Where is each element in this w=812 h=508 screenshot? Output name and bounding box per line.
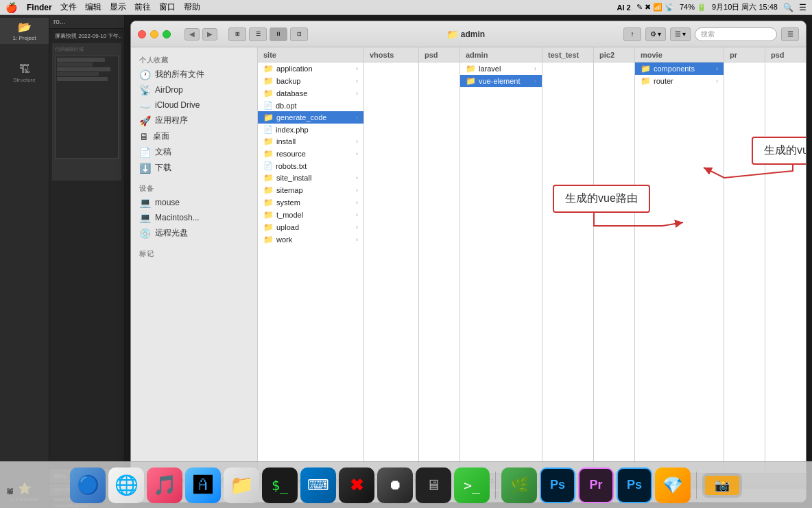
- sidebar-macintosh[interactable]: 💻 Macintosh...: [131, 210, 257, 225]
- sidebar-all-files[interactable]: 🕐 我的所有文件: [131, 67, 257, 82]
- dock-vscode[interactable]: ⌨: [300, 467, 336, 503]
- sidebar-documents[interactable]: 📄 文稿: [131, 144, 257, 160]
- dock-appstore[interactable]: 🅰: [185, 467, 221, 503]
- documents-icon: 📄: [139, 147, 151, 158]
- menu-edit[interactable]: 编辑: [85, 1, 102, 13]
- col-item-generate-code[interactable]: 📁generate_code›: [258, 111, 363, 124]
- dock-chrome[interactable]: 🌐: [108, 467, 144, 503]
- dock-premiere[interactable]: Pr: [578, 467, 614, 503]
- col-item-vue-element[interactable]: 📁vue-element›: [460, 75, 542, 87]
- dock-music[interactable]: 🎵: [147, 467, 182, 503]
- col-item-sitemap[interactable]: 📁sitemap›: [258, 184, 363, 196]
- col-item-resource[interactable]: 📁resource›: [258, 148, 363, 160]
- col-item-indexphp[interactable]: 📄index.php: [258, 124, 363, 135]
- ide-panel-content: 屏幕快照 2022-09-10 下午... 代码编辑区域: [49, 29, 124, 468]
- menu-window[interactable]: 窗口: [159, 1, 176, 13]
- coverflow-btn[interactable]: ⊡: [290, 27, 308, 41]
- minimize-button[interactable]: [150, 30, 158, 38]
- search-box[interactable]: 搜索: [695, 27, 777, 41]
- ide-file-item[interactable]: 屏幕快照 2022-09-10 下午...: [52, 32, 121, 41]
- dock-gitify[interactable]: 🌿: [501, 467, 537, 503]
- maximize-button[interactable]: [163, 30, 171, 38]
- ide-tab-project[interactable]: 📂 1: Project: [0, 18, 49, 44]
- column-site: site 📁application› 📁backup› 📁database› 📄…: [258, 47, 364, 473]
- annotation-vue-route: 生成的vue路由: [553, 185, 650, 213]
- sidebar-desktop[interactable]: 🖥 桌面: [131, 128, 257, 144]
- col-item-tmodel[interactable]: 📁t_model›: [258, 209, 363, 221]
- menu-file[interactable]: 文件: [60, 1, 77, 13]
- dock-photoshop-ps[interactable]: Ps: [540, 467, 575, 503]
- sidebar-icloud[interactable]: ☁️ iCloud Drive: [131, 97, 257, 113]
- column-admin: admin 📁laravel› 📁vue-element›: [460, 47, 542, 473]
- column-psd1: psd: [419, 47, 460, 473]
- dock-obs[interactable]: ⏺: [377, 467, 413, 503]
- column-header-pr: pr: [724, 47, 765, 62]
- close-button[interactable]: [138, 30, 146, 38]
- col-item-siteinstall[interactable]: 📁site_install›: [258, 172, 363, 184]
- column-header-test-test: test_test: [542, 47, 593, 62]
- sidebar-remote-disc[interactable]: 💿 远程光盘: [131, 225, 257, 241]
- back-button[interactable]: ◀: [184, 28, 200, 41]
- chevron-right: ›: [356, 211, 358, 218]
- menu-view[interactable]: 显示: [110, 1, 126, 13]
- icon-view-btn[interactable]: ⊞: [228, 27, 246, 41]
- arrange-btn[interactable]: ☰ ▾: [670, 27, 691, 41]
- search-menubar-icon[interactable]: 🔍: [783, 3, 793, 12]
- traffic-lights: [138, 30, 171, 38]
- filezilla-dock-icon: 📁: [230, 474, 254, 496]
- menubar: 🍎 Finder 文件 编辑 显示 前往 窗口 帮助 AI 2 ✎ ✖ 📶 📡 …: [0, 0, 812, 15]
- list-menubar-icon[interactable]: ☰: [799, 3, 807, 12]
- col-item-work[interactable]: 📁work›: [258, 233, 363, 246]
- col-item-upload[interactable]: 📁upload›: [258, 221, 363, 233]
- dock-sketch[interactable]: 💎: [655, 467, 691, 503]
- folder-icon: 📁: [263, 113, 274, 122]
- col-item-install[interactable]: 📁install›: [258, 135, 363, 148]
- action-btn[interactable]: ⚙ ▾: [645, 27, 666, 41]
- xscope-dock-icon: ✖: [350, 476, 363, 495]
- sidebar-airdrop[interactable]: 📡 AirDrop: [131, 82, 257, 97]
- sidebar-icloud-label: iCloud Drive: [155, 100, 200, 110]
- col-item-system[interactable]: 📁system›: [258, 196, 363, 209]
- dock-filezilla[interactable]: 📁: [224, 467, 259, 503]
- list-view-btn[interactable]: ☰: [249, 27, 267, 41]
- chevron-right: ›: [356, 78, 358, 84]
- dock-finder[interactable]: 🔵: [70, 467, 106, 503]
- dock-photo-icon[interactable]: 📸: [705, 476, 739, 495]
- col-item-application[interactable]: 📁application›: [258, 62, 363, 75]
- sidebar-applications[interactable]: 🚀 应用程序: [131, 113, 257, 128]
- sidebar-toggle-btn[interactable]: ☰: [781, 27, 799, 41]
- col-item-laravel[interactable]: 📁laravel›: [460, 62, 542, 75]
- menu-go[interactable]: 前往: [134, 1, 151, 13]
- screen-dock-icon: 🖥: [426, 476, 441, 494]
- dock-xscope[interactable]: ✖: [339, 467, 374, 503]
- column-view-btn[interactable]: ⫼: [270, 27, 287, 41]
- col-item-backup[interactable]: 📁backup›: [258, 75, 363, 87]
- menu-finder[interactable]: Finder: [27, 3, 52, 12]
- col-item-router[interactable]: 📁router›: [635, 75, 724, 87]
- col-item-components[interactable]: 📁components›: [635, 62, 724, 75]
- photo-icon: 📸: [715, 478, 730, 493]
- folder-icon: 📁: [263, 185, 274, 195]
- column-movie: movie 📁components› 📁router›: [635, 47, 724, 473]
- terminal2-dock-icon: >_: [464, 477, 480, 494]
- sidebar-macintosh-label: Macintosh...: [155, 213, 200, 222]
- share-btn[interactable]: ↑: [623, 27, 641, 41]
- apple-menu[interactable]: 🍎: [5, 2, 17, 13]
- col-item-robotstxt[interactable]: 📄robots.txt: [258, 160, 363, 172]
- col-item-dbopt[interactable]: 📄db.opt: [258, 100, 363, 111]
- sidebar-downloads[interactable]: ⬇️ 下载: [131, 160, 257, 176]
- dock-terminal2[interactable]: >_: [454, 467, 490, 503]
- col-item-database[interactable]: 📁database›: [258, 87, 363, 100]
- dock-terminal[interactable]: $_: [262, 467, 298, 503]
- sidebar-all-files-label: 我的所有文件: [155, 69, 204, 80]
- folder-icon: 📁: [263, 137, 274, 146]
- chevron-right: ›: [356, 114, 358, 121]
- ide-tab-structure[interactable]: 🏗 Structure: [0, 60, 49, 86]
- sidebar-mouse[interactable]: 💻 mouse: [131, 195, 257, 210]
- dock-photoshop2[interactable]: Ps: [617, 467, 652, 503]
- forward-button[interactable]: ▶: [202, 28, 217, 41]
- chevron-right: ›: [716, 65, 718, 72]
- column-pr: pr: [724, 47, 765, 473]
- menu-help[interactable]: 帮助: [184, 1, 200, 13]
- dock-screen[interactable]: 🖥: [416, 467, 451, 503]
